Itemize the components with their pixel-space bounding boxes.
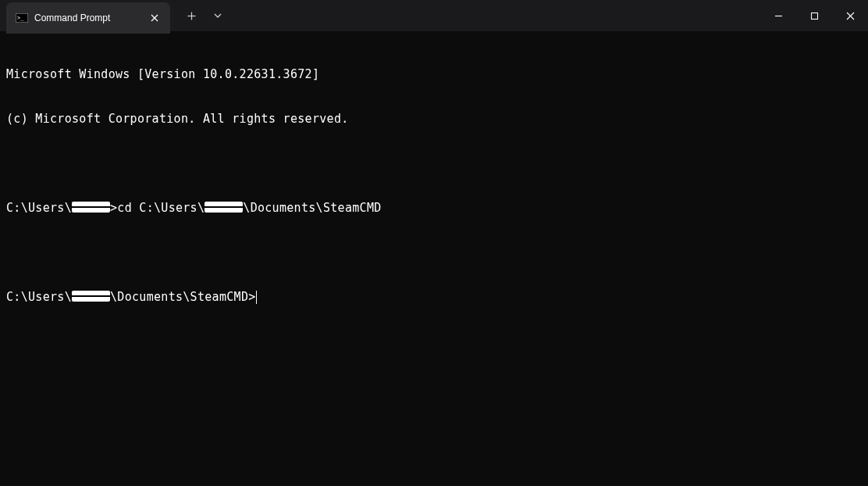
terminal-blank-line xyxy=(6,156,862,171)
redacted-username xyxy=(72,202,110,213)
titlebar: >_ Command Prompt xyxy=(0,0,868,31)
terminal-blank-line xyxy=(6,245,862,260)
close-window-button[interactable] xyxy=(832,0,868,31)
terminal-cursor xyxy=(256,291,257,304)
terminal-text: \Documents\SteamCMD xyxy=(243,201,381,216)
terminal-prompt-line: C:\Users\\Documents\SteamCMD> xyxy=(6,290,862,305)
tab-title: Command Prompt xyxy=(34,13,141,23)
terminal-output[interactable]: Microsoft Windows [Version 10.0.22631.36… xyxy=(0,31,868,326)
redacted-username xyxy=(205,202,243,213)
terminal-text: C:\Users\ xyxy=(6,201,72,216)
new-tab-button[interactable] xyxy=(180,4,203,27)
cmd-icon: >_ xyxy=(16,13,28,23)
redacted-username xyxy=(72,291,110,302)
window-controls xyxy=(760,0,868,31)
maximize-button[interactable] xyxy=(796,0,832,31)
minimize-button[interactable] xyxy=(760,0,796,31)
tab-command-prompt[interactable]: >_ Command Prompt xyxy=(6,2,170,34)
tab-dropdown-button[interactable] xyxy=(206,4,229,27)
tab-close-button[interactable] xyxy=(147,10,162,26)
terminal-header-line: (c) Microsoft Corporation. All rights re… xyxy=(6,112,862,127)
terminal-text: \Documents\SteamCMD> xyxy=(110,290,256,305)
terminal-text: C:\Users\ xyxy=(6,290,72,305)
terminal-command-line: C:\Users\>cd C:\Users\\Documents\SteamCM… xyxy=(6,201,862,216)
terminal-text: >cd C:\Users\ xyxy=(110,201,205,216)
terminal-header-line: Microsoft Windows [Version 10.0.22631.36… xyxy=(6,67,862,82)
svg-rect-7 xyxy=(811,13,817,19)
tab-actions xyxy=(180,0,229,31)
svg-text:>_: >_ xyxy=(17,15,24,21)
